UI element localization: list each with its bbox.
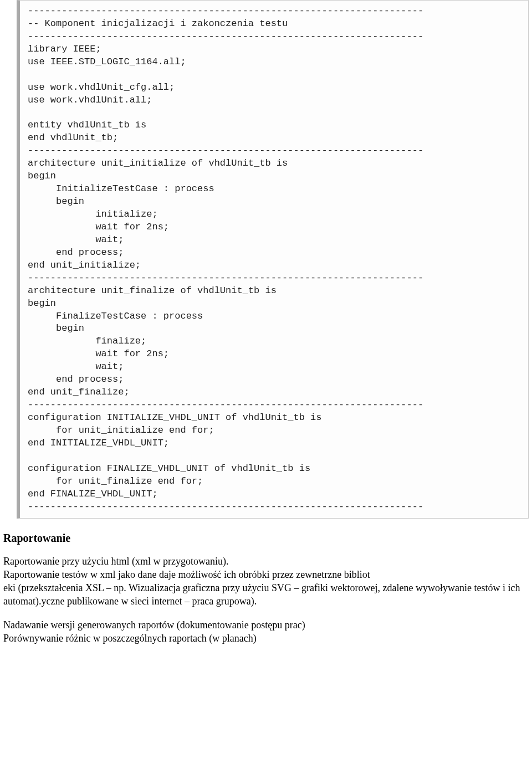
section-heading-raportowanie: Raportowanie (3, 532, 529, 545)
paragraph-2-line-1: Nadawanie wersji generowanych raportów (… (3, 618, 529, 632)
vhdl-code-block: ----------------------------------------… (17, 0, 529, 519)
paragraph-1-line-2: Raportowanie testów w xml jako dane daje… (3, 568, 529, 581)
paragraph-2: Nadawanie wersji generowanych raportów (… (3, 618, 529, 645)
paragraph-1-line-3: eki (przekształcenia XSL – np. Wizualiza… (3, 581, 529, 608)
paragraph-2-line-2: Porównywanie różnic w poszczególnych rap… (3, 632, 529, 645)
paragraph-1-line-1: Raportowanie przy użyciu html (xml w prz… (3, 555, 529, 568)
paragraph-1: Raportowanie przy użyciu html (xml w prz… (3, 555, 529, 608)
